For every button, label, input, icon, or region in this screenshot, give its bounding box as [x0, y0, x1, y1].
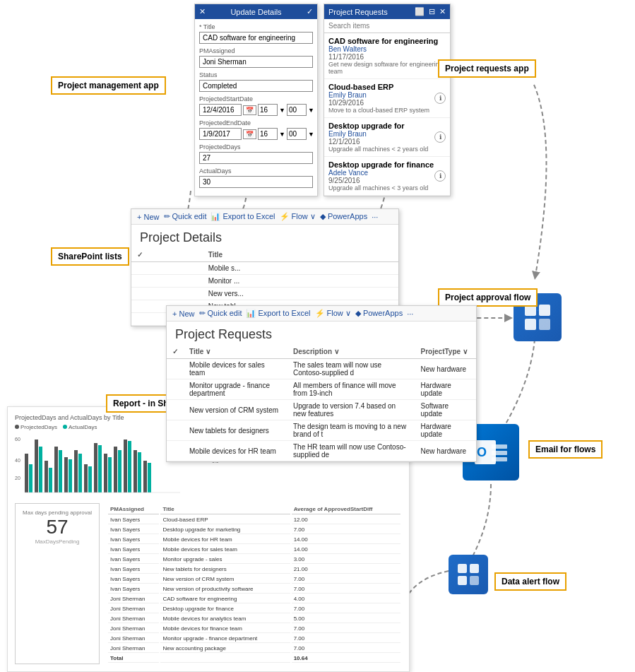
svg-rect-21	[114, 447, 117, 493]
hour-chevron[interactable]: ▼	[279, 107, 285, 114]
pr-item-2: Cloud-based ERP Emily Braun 10/29/2016 M…	[324, 79, 450, 118]
edit-icon[interactable]: ⊟	[429, 7, 435, 16]
stat-label: Max days pending approval	[21, 509, 93, 516]
sp-export-btn-2[interactable]: 📊 Export to Excel	[246, 309, 310, 318]
pr-item-1-title: CAD software for engineering	[328, 37, 446, 45]
sp-quickedit-btn-2[interactable]: ✏ Quick edit	[199, 309, 242, 318]
data-alert-flow-icon[interactable]	[449, 555, 488, 594]
sp-toolbar-1: + New ✏ Quick edit 📊 Export to Excel ⚡ F…	[131, 209, 398, 225]
proj-start-min[interactable]	[287, 104, 307, 116]
table-row: Joni ShermanNew accounting package7.00	[108, 644, 400, 653]
svg-rect-43	[492, 451, 507, 455]
table-row: New tablets for designers The design tea…	[167, 420, 476, 441]
table-row: Ivan SayersCloud-based ERP12.00	[108, 516, 400, 524]
table-row: Joni ShermanDesktop upgrade for finance7…	[108, 605, 400, 613]
hour2-chevron[interactable]: ▼	[279, 131, 285, 138]
callout-project-management: Project management app	[51, 76, 166, 95]
stat-value: 57	[21, 516, 93, 538]
title-label: * Title	[199, 23, 313, 30]
table-row: Mobile s...	[131, 262, 398, 275]
pr-item-1-desc: Get new design software for engineering …	[328, 61, 446, 75]
close-icon[interactable]: ✕	[199, 7, 206, 16]
svg-rect-28	[148, 463, 151, 493]
svg-rect-23	[124, 440, 127, 493]
status-field: Status	[199, 71, 313, 92]
calendar-icon[interactable]: 📅	[243, 105, 256, 115]
svg-rect-19	[104, 454, 107, 493]
pr-close-icon[interactable]: ✕	[439, 7, 446, 16]
proj-start-input[interactable]	[199, 104, 242, 116]
pr-header-icons: ⬜ ⊟ ✕	[415, 7, 446, 16]
status-input[interactable]	[199, 80, 313, 92]
sp-col-title: Title	[203, 248, 398, 262]
title-input[interactable]	[199, 32, 313, 44]
sp-quickedit-btn-1[interactable]: ✏ Quick edit	[164, 212, 207, 221]
min-chevron[interactable]: ▼	[308, 107, 314, 114]
pr-item-3-desc: Upgrade all machines < 2 years old	[328, 146, 446, 153]
sp-export-btn-1[interactable]: 📊 Export to Excel	[210, 212, 275, 221]
pmassigned-input[interactable]	[199, 56, 313, 68]
sp-more-btn-2[interactable]: ···	[407, 310, 413, 318]
sp-flow-btn-1[interactable]: ⚡ Flow ∨	[280, 212, 316, 221]
proj-end-hour[interactable]	[258, 128, 278, 140]
sp-flow-btn-2[interactable]: ⚡ Flow ∨	[315, 309, 351, 318]
table-row: Ivan SayersDesktop upgrade for marketing…	[108, 526, 400, 534]
proj-days-input[interactable]	[199, 152, 313, 164]
svg-rect-3	[25, 454, 28, 493]
pr-item-2-icon[interactable]: ℹ	[434, 93, 446, 104]
callout-project-approval-flow: Project approval flow	[438, 288, 538, 307]
sp-new-btn-1[interactable]: + New	[137, 213, 160, 221]
svg-rect-13	[74, 450, 78, 493]
pr-item-1-date: 11/17/2016	[328, 53, 446, 61]
svg-rect-39	[525, 319, 536, 330]
sp-powerapps-btn-2[interactable]: ◆ PowerApps	[355, 309, 403, 318]
sp-more-btn-1[interactable]: ···	[372, 213, 378, 221]
svg-rect-48	[458, 576, 467, 585]
table-row: Joni ShermanMobile devices for analytics…	[108, 615, 400, 623]
table-row: Ivan SayersNew tablets for designers21.0…	[108, 565, 400, 574]
sp-panel-1-title: Project Details	[131, 225, 398, 248]
sp-new-btn-2[interactable]: + New	[172, 310, 195, 318]
sp-powerapps-btn-1[interactable]: ◆ PowerApps	[320, 212, 367, 221]
pr-item-3-name: Emily Braun	[328, 130, 446, 138]
pr-header: Project Requests ⬜ ⊟ ✕	[324, 4, 450, 19]
check-icon[interactable]: ✓	[307, 7, 313, 16]
pr-item-4-icon[interactable]: ℹ	[434, 170, 446, 182]
actual-days-label: ActualDays	[199, 167, 313, 175]
pr-item-3-title: Desktop upgrade for	[328, 122, 446, 130]
report-stat-box: Max days pending approval 57 MaxDaysPend…	[15, 503, 100, 664]
pr-search-input[interactable]	[324, 19, 450, 33]
col-pmassigned: PMAssigned	[108, 505, 159, 514]
calendar2-icon[interactable]: 📅	[243, 129, 256, 139]
svg-rect-20	[108, 457, 112, 493]
svg-rect-11	[64, 457, 68, 493]
pr-item-4: Desktop upgrade for finance Adele Vance …	[324, 157, 450, 196]
pr-item-4-name: Adele Vance	[328, 169, 446, 177]
table-row: New vers...	[131, 288, 398, 300]
actual-days-input[interactable]	[199, 176, 313, 188]
proj-days-label: ProjectedDays	[199, 143, 313, 151]
pr-item-2-title: Cloud-based ERP	[328, 83, 446, 91]
svg-rect-4	[29, 464, 32, 493]
proj-end-field: ProjectedEndDate 📅 ▼ ▼	[199, 119, 313, 140]
svg-rect-8	[49, 468, 52, 493]
title-field: * Title	[199, 23, 313, 44]
proj-start-hour[interactable]	[258, 104, 278, 116]
status-label: Status	[199, 71, 313, 78]
sp-toolbar-2: + New ✏ Quick edit 📊 Export to Excel ⚡ F…	[167, 306, 476, 322]
update-details-body: * Title PMAssigned Status ProjectedStart…	[195, 19, 317, 196]
share-icon[interactable]: ⬜	[415, 7, 425, 16]
pr-item-3-icon[interactable]: ℹ	[434, 131, 446, 143]
pr-item-1-name: Ben Walters	[328, 45, 446, 53]
svg-rect-25	[133, 450, 137, 493]
proj-end-input[interactable]	[199, 128, 242, 140]
svg-rect-46	[458, 564, 467, 573]
sp-panel-project-requests: + New ✏ Quick edit 📊 Export to Excel ⚡ F…	[166, 305, 477, 462]
svg-rect-40	[539, 319, 550, 330]
svg-rect-10	[59, 450, 62, 493]
proj-end-min[interactable]	[287, 128, 307, 140]
min2-chevron[interactable]: ▼	[308, 131, 314, 138]
svg-rect-15	[84, 464, 88, 493]
stat-sublabel: MaxDaysPending	[21, 538, 93, 545]
data-alert-flow-symbol	[456, 562, 481, 587]
